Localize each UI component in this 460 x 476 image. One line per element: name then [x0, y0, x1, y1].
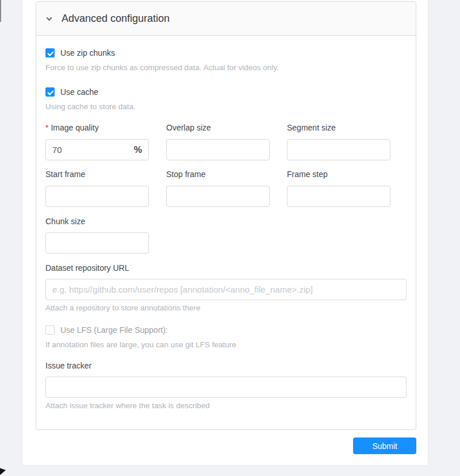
- advanced-configuration-panel: Advanced configuration Use zip chunks Fo…: [36, 1, 416, 430]
- use-cache-hint: Using cache to store data.: [45, 103, 407, 111]
- percent-suffix: %: [134, 145, 142, 155]
- use-zip-chunks-checkbox[interactable]: [45, 48, 55, 57]
- field-inputs-row-2: [45, 186, 407, 207]
- overlap-size-input[interactable]: [166, 139, 270, 160]
- dataset-repository-url-label: Dataset repository URL: [45, 264, 407, 272]
- overlap-size-label: Overlap size: [166, 124, 270, 132]
- image-quality-field: %: [45, 139, 149, 160]
- start-frame-input[interactable]: [45, 186, 149, 207]
- chunk-size-label: Chunk size: [45, 217, 407, 226]
- mouse-cursor: [0, 468, 6, 476]
- use-lfs-row: Use LFS (Large File Support):: [45, 325, 407, 335]
- segment-size-input[interactable]: [287, 139, 390, 160]
- field-labels-row-1: *Image quality Overlap size Segment size: [45, 124, 407, 132]
- field-inputs-row-1: %: [45, 139, 407, 160]
- image-quality-label: *Image quality: [45, 124, 149, 132]
- use-zip-chunks-label: Use zip chunks: [60, 48, 115, 57]
- use-zip-chunks-row: Use zip chunks: [45, 48, 407, 57]
- issue-tracker-hint: Attach issue tracker where the task is d…: [45, 402, 407, 410]
- segment-size-label: Segment size: [287, 124, 390, 132]
- use-lfs-checkbox[interactable]: [45, 325, 55, 335]
- issue-tracker-input[interactable]: [45, 377, 407, 398]
- chevron-down-icon: [45, 15, 53, 22]
- required-asterisk: *: [45, 123, 48, 132]
- frame-step-input[interactable]: [287, 186, 390, 207]
- panel-body: Use zip chunks Force to use zip chunks a…: [36, 36, 416, 429]
- use-zip-chunks-hint: Force to use zip chunks as compressed da…: [45, 64, 407, 72]
- create-task-card: Advanced configuration Use zip chunks Fo…: [22, 0, 428, 466]
- use-cache-checkbox[interactable]: [45, 87, 55, 97]
- use-cache-row: Use cache: [45, 87, 407, 97]
- image-quality-input[interactable]: [52, 145, 134, 155]
- dataset-repository-url-input[interactable]: [45, 279, 407, 300]
- frame-step-label: Frame step: [287, 170, 390, 179]
- panel-title: Advanced configuration: [62, 13, 170, 25]
- window-edge-artifact: [0, 0, 1, 22]
- issue-tracker-label: Issue tracker: [45, 362, 407, 370]
- dataset-repository-url-hint: Attach a repository to store annotations…: [45, 304, 407, 312]
- stop-frame-input[interactable]: [166, 186, 270, 207]
- use-lfs-label: Use LFS (Large File Support):: [60, 325, 168, 335]
- submit-row: Submit: [22, 437, 416, 454]
- submit-button[interactable]: Submit: [353, 437, 416, 454]
- chunk-size-input[interactable]: [45, 232, 149, 254]
- use-cache-label: Use cache: [60, 87, 98, 97]
- start-frame-label: Start frame: [45, 170, 149, 179]
- field-labels-row-2: Start frame Stop frame Frame step: [45, 170, 407, 179]
- advanced-configuration-header[interactable]: Advanced configuration: [36, 2, 416, 36]
- use-lfs-hint: If annotation files are large, you can u…: [45, 341, 407, 349]
- stop-frame-label: Stop frame: [166, 170, 270, 179]
